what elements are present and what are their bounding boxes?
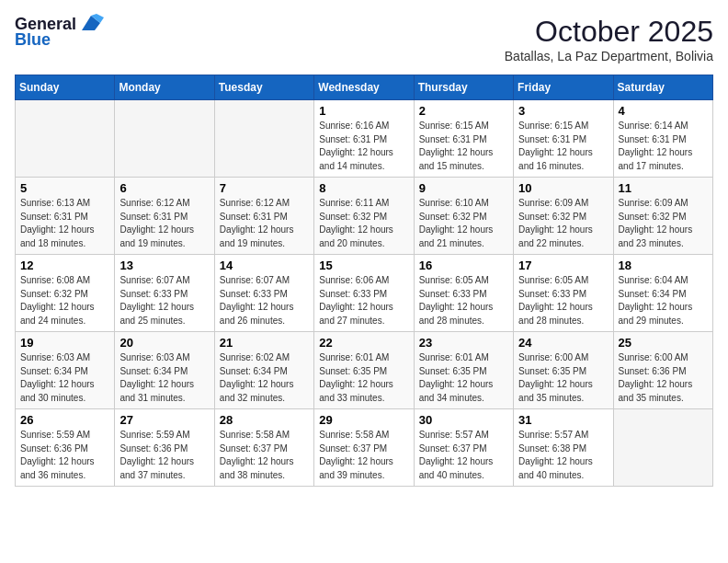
calendar-cell: 3Sunrise: 6:15 AM Sunset: 6:31 PM Daylig…	[514, 100, 613, 178]
day-info: Sunrise: 6:09 AM Sunset: 6:32 PM Dayligh…	[518, 197, 608, 250]
location-title: Batallas, La Paz Department, Bolivia	[505, 49, 713, 63]
logo-blue-text: Blue	[15, 30, 51, 50]
day-info: Sunrise: 6:08 AM Sunset: 6:32 PM Dayligh…	[20, 274, 109, 327]
day-info: Sunrise: 6:13 AM Sunset: 6:31 PM Dayligh…	[20, 197, 109, 250]
calendar-cell: 5Sunrise: 6:13 AM Sunset: 6:31 PM Daylig…	[16, 178, 115, 255]
day-info: Sunrise: 6:03 AM Sunset: 6:34 PM Dayligh…	[20, 351, 109, 405]
weekday-header-row: SundayMondayTuesdayWednesdayThursdayFrid…	[16, 75, 713, 100]
calendar-cell: 7Sunrise: 6:12 AM Sunset: 6:31 PM Daylig…	[214, 178, 313, 255]
day-info: Sunrise: 6:07 AM Sunset: 6:33 PM Dayligh…	[220, 274, 309, 327]
calendar-cell: 29Sunrise: 5:58 AM Sunset: 6:37 PM Dayli…	[314, 409, 414, 487]
calendar-cell: 20Sunrise: 6:03 AM Sunset: 6:34 PM Dayli…	[115, 332, 214, 409]
calendar-week-row: 26Sunrise: 5:59 AM Sunset: 6:36 PM Dayli…	[16, 409, 713, 487]
weekday-header: Wednesday	[314, 75, 414, 100]
day-info: Sunrise: 6:04 AM Sunset: 6:34 PM Dayligh…	[619, 274, 708, 327]
calendar-cell: 28Sunrise: 5:58 AM Sunset: 6:37 PM Dayli…	[214, 409, 313, 487]
day-number: 3	[518, 104, 608, 118]
day-number: 18	[619, 259, 708, 272]
calendar-cell	[115, 100, 214, 178]
day-number: 19	[20, 336, 109, 350]
day-info: Sunrise: 5:59 AM Sunset: 6:36 PM Dayligh…	[119, 429, 209, 482]
calendar-week-row: 12Sunrise: 6:08 AM Sunset: 6:32 PM Dayli…	[16, 255, 713, 332]
weekday-header: Saturday	[613, 75, 712, 100]
calendar-cell	[613, 409, 712, 487]
day-number: 26	[20, 413, 109, 427]
day-info: Sunrise: 6:05 AM Sunset: 6:33 PM Dayligh…	[518, 274, 608, 327]
day-number: 9	[419, 181, 508, 195]
page-header: General Blue October 2025 Batallas, La P…	[15, 15, 713, 63]
calendar-cell: 12Sunrise: 6:08 AM Sunset: 6:32 PM Dayli…	[16, 255, 115, 332]
day-number: 27	[119, 413, 209, 427]
calendar-cell: 23Sunrise: 6:01 AM Sunset: 6:35 PM Dayli…	[414, 332, 513, 409]
day-info: Sunrise: 6:01 AM Sunset: 6:35 PM Dayligh…	[319, 351, 408, 405]
calendar-cell: 8Sunrise: 6:11 AM Sunset: 6:32 PM Daylig…	[314, 178, 414, 255]
day-info: Sunrise: 6:03 AM Sunset: 6:34 PM Dayligh…	[119, 351, 209, 405]
calendar-cell: 30Sunrise: 5:57 AM Sunset: 6:37 PM Dayli…	[414, 409, 513, 487]
calendar-cell: 10Sunrise: 6:09 AM Sunset: 6:32 PM Dayli…	[514, 178, 613, 255]
day-info: Sunrise: 5:57 AM Sunset: 6:38 PM Dayligh…	[518, 429, 608, 482]
title-section: October 2025 Batallas, La Paz Department…	[505, 15, 713, 63]
month-title: October 2025	[505, 15, 713, 49]
day-number: 4	[619, 104, 708, 118]
calendar-table: SundayMondayTuesdayWednesdayThursdayFrid…	[15, 75, 713, 487]
calendar-cell	[16, 100, 115, 178]
day-number: 21	[220, 336, 309, 350]
day-number: 13	[119, 259, 209, 272]
calendar-week-row: 5Sunrise: 6:13 AM Sunset: 6:31 PM Daylig…	[16, 178, 713, 255]
calendar-cell: 16Sunrise: 6:05 AM Sunset: 6:33 PM Dayli…	[414, 255, 513, 332]
calendar-cell: 4Sunrise: 6:14 AM Sunset: 6:31 PM Daylig…	[613, 100, 712, 178]
calendar-cell: 25Sunrise: 6:00 AM Sunset: 6:36 PM Dayli…	[613, 332, 712, 409]
weekday-header: Thursday	[414, 75, 513, 100]
day-number: 25	[619, 336, 708, 350]
day-info: Sunrise: 6:10 AM Sunset: 6:32 PM Dayligh…	[419, 197, 508, 250]
weekday-header: Tuesday	[214, 75, 313, 100]
day-info: Sunrise: 6:00 AM Sunset: 6:35 PM Dayligh…	[518, 351, 608, 405]
day-number: 12	[20, 259, 109, 272]
day-number: 20	[119, 336, 209, 350]
calendar-cell: 18Sunrise: 6:04 AM Sunset: 6:34 PM Dayli…	[613, 255, 712, 332]
day-info: Sunrise: 6:15 AM Sunset: 6:31 PM Dayligh…	[518, 120, 608, 173]
day-number: 29	[319, 413, 408, 427]
day-info: Sunrise: 6:07 AM Sunset: 6:33 PM Dayligh…	[119, 274, 209, 327]
day-number: 23	[419, 336, 508, 350]
day-number: 5	[20, 181, 109, 195]
calendar-cell: 19Sunrise: 6:03 AM Sunset: 6:34 PM Dayli…	[16, 332, 115, 409]
day-number: 2	[419, 104, 508, 118]
day-info: Sunrise: 6:00 AM Sunset: 6:36 PM Dayligh…	[619, 351, 708, 405]
calendar-cell: 24Sunrise: 6:00 AM Sunset: 6:35 PM Dayli…	[514, 332, 613, 409]
day-number: 24	[518, 336, 608, 350]
calendar-cell: 31Sunrise: 5:57 AM Sunset: 6:38 PM Dayli…	[514, 409, 613, 487]
day-info: Sunrise: 6:01 AM Sunset: 6:35 PM Dayligh…	[419, 351, 508, 405]
day-number: 11	[619, 181, 708, 195]
logo-icon	[78, 14, 104, 32]
calendar-cell: 22Sunrise: 6:01 AM Sunset: 6:35 PM Dayli…	[314, 332, 414, 409]
calendar-cell: 6Sunrise: 6:12 AM Sunset: 6:31 PM Daylig…	[115, 178, 214, 255]
day-number: 10	[518, 181, 608, 195]
day-number: 14	[220, 259, 309, 272]
day-info: Sunrise: 6:06 AM Sunset: 6:33 PM Dayligh…	[319, 274, 408, 327]
day-info: Sunrise: 5:59 AM Sunset: 6:36 PM Dayligh…	[20, 429, 109, 482]
weekday-header: Friday	[514, 75, 613, 100]
calendar-cell: 21Sunrise: 6:02 AM Sunset: 6:34 PM Dayli…	[214, 332, 313, 409]
day-info: Sunrise: 6:05 AM Sunset: 6:33 PM Dayligh…	[419, 274, 508, 327]
calendar-cell: 17Sunrise: 6:05 AM Sunset: 6:33 PM Dayli…	[514, 255, 613, 332]
day-number: 22	[319, 336, 408, 350]
day-info: Sunrise: 6:12 AM Sunset: 6:31 PM Dayligh…	[220, 197, 309, 250]
weekday-header: Sunday	[16, 75, 115, 100]
day-info: Sunrise: 6:12 AM Sunset: 6:31 PM Dayligh…	[119, 197, 209, 250]
day-info: Sunrise: 6:02 AM Sunset: 6:34 PM Dayligh…	[220, 351, 309, 405]
weekday-header: Monday	[115, 75, 214, 100]
day-info: Sunrise: 6:16 AM Sunset: 6:31 PM Dayligh…	[319, 120, 408, 173]
calendar-cell: 1Sunrise: 6:16 AM Sunset: 6:31 PM Daylig…	[314, 100, 414, 178]
calendar-cell: 14Sunrise: 6:07 AM Sunset: 6:33 PM Dayli…	[214, 255, 313, 332]
day-number: 7	[220, 181, 309, 195]
calendar-cell: 15Sunrise: 6:06 AM Sunset: 6:33 PM Dayli…	[314, 255, 414, 332]
day-info: Sunrise: 5:58 AM Sunset: 6:37 PM Dayligh…	[319, 429, 408, 482]
calendar-cell: 11Sunrise: 6:09 AM Sunset: 6:32 PM Dayli…	[613, 178, 712, 255]
calendar-cell: 26Sunrise: 5:59 AM Sunset: 6:36 PM Dayli…	[16, 409, 115, 487]
calendar-week-row: 1Sunrise: 6:16 AM Sunset: 6:31 PM Daylig…	[16, 100, 713, 178]
day-info: Sunrise: 6:11 AM Sunset: 6:32 PM Dayligh…	[319, 197, 408, 250]
calendar-week-row: 19Sunrise: 6:03 AM Sunset: 6:34 PM Dayli…	[16, 332, 713, 409]
day-number: 17	[518, 259, 608, 272]
day-number: 28	[220, 413, 309, 427]
